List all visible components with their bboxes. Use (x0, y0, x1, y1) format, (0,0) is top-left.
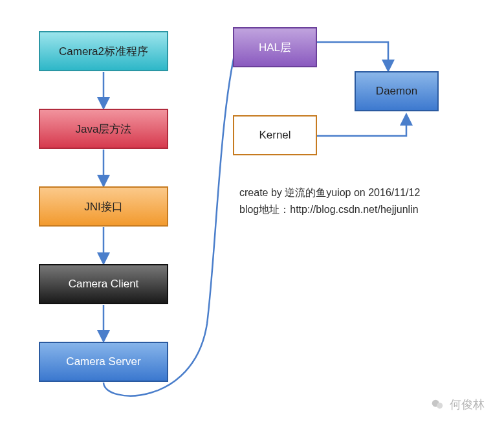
watermark: 何俊林 (430, 397, 485, 412)
node-jni: JNI接口 (39, 186, 168, 227)
wechat-icon (430, 397, 444, 412)
node-daemon: Daemon (355, 71, 439, 111)
node-hal: HAL层 (233, 27, 317, 67)
node-label: JNI接口 (84, 199, 123, 214)
caption-line-2: blog地址：http://blog.csdn.net/hejjunlin (239, 203, 419, 217)
caption-line-1: create by 逆流的鱼yuiop on 2016/11/12 (239, 186, 420, 200)
svg-point-1 (437, 403, 443, 408)
node-camera2: Camera2标准程序 (39, 31, 168, 71)
node-camera-client: Camera Client (39, 264, 168, 304)
watermark-text: 何俊林 (450, 397, 485, 412)
node-label: Java层方法 (76, 122, 132, 137)
node-kernel: Kernel (233, 115, 317, 155)
node-label: Camera Server (66, 355, 140, 368)
node-label: Kernel (259, 129, 290, 142)
arrow-kernel-to-daemon (316, 115, 406, 136)
node-label: Daemon (376, 85, 417, 98)
node-camera-server: Camera Server (39, 342, 168, 382)
node-label: Camera2标准程序 (59, 44, 148, 59)
node-label: HAL层 (259, 40, 291, 55)
node-java-layer: Java层方法 (39, 109, 168, 149)
arrow-hal-to-daemon (316, 42, 388, 70)
node-label: Camera Client (69, 278, 139, 291)
